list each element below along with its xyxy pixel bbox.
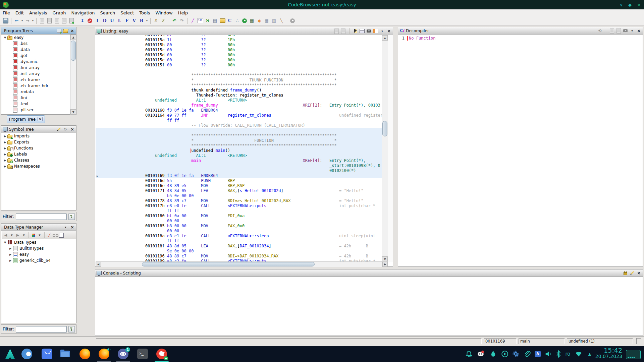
letters-caret-icon[interactable]: ▾ xyxy=(146,17,148,24)
tab-close-icon[interactable]: × xyxy=(38,117,43,121)
marker-pen-icon[interactable]: ╱ xyxy=(190,17,196,24)
refresh-icon[interactable]: ⟳ xyxy=(63,127,68,132)
letter-l-icon[interactable]: L xyxy=(116,17,123,24)
table-icon[interactable]: ▦ xyxy=(263,17,270,24)
expand-arrow-icon[interactable]: ▶ xyxy=(3,135,7,138)
speaker-icon[interactable] xyxy=(544,346,553,362)
letter-d-icon[interactable]: D xyxy=(101,17,108,24)
listing-line[interactable]: 00 00 xyxy=(96,219,382,224)
filter-options-icon[interactable] xyxy=(68,326,75,333)
listing-line[interactable]: 0010115a1f??1Fh xyxy=(96,38,382,43)
close-window-button[interactable]: × xyxy=(637,2,641,7)
copy-icon[interactable] xyxy=(609,28,614,33)
close-panel-icon[interactable]: × xyxy=(386,29,391,34)
letter-u-icon[interactable]: U xyxy=(109,17,115,24)
clear-code-icon[interactable]: ✗ xyxy=(153,17,159,24)
expand-arrow-icon[interactable]: ▶ xyxy=(8,247,12,250)
datatype-tree-item-builtintypes[interactable]: ▶BuiltInTypes xyxy=(2,245,76,251)
symbol-tree-item-imports[interactable]: ▶Imports xyxy=(2,133,76,139)
expand-arrow-icon[interactable]: ▶ xyxy=(3,141,7,144)
listing-line[interactable]: 0010115f00??00h xyxy=(96,63,382,68)
back-icon[interactable]: ← xyxy=(13,17,20,24)
brush-icon[interactable]: ╲ xyxy=(278,17,285,24)
gear-icon[interactable] xyxy=(512,346,520,362)
taskbar-app-discord[interactable]: 1 xyxy=(118,349,128,359)
close-panel-icon[interactable]: × xyxy=(70,28,75,33)
datatype-tree-item-generic-clib-64[interactable]: ▶generic_clib_64 xyxy=(2,257,76,263)
program-tree-item--eh-frame[interactable]: .eh_frame xyxy=(2,77,76,83)
binary-101-icon[interactable]: 101 xyxy=(197,17,204,24)
listing-vertical-scrollbar[interactable]: ▲ ▼ xyxy=(382,35,388,262)
datatype-c-icon[interactable]: C xyxy=(226,17,233,24)
menu-navigation[interactable]: Navigation xyxy=(68,10,97,15)
bell-icon[interactable] xyxy=(465,346,473,362)
bookmark-diamond-icon[interactable]: ◆ xyxy=(256,17,263,24)
paperclip-icon[interactable] xyxy=(523,346,531,362)
listing-line[interactable]: frame_dummyXREF[2]:Entry Point(*), 00103 xyxy=(96,103,382,108)
next-datatype-icon[interactable]: ▶ xyxy=(15,233,20,238)
listing-line[interactable]: 0010115c00??00h xyxy=(96,48,382,53)
tray-window-icon[interactable] xyxy=(626,350,641,359)
previous-datatype-icon[interactable]: ◀ xyxy=(3,233,8,238)
listing-line[interactable]: 00101180bf 0a 00MOVEDI,0xa xyxy=(96,214,382,219)
scroll-lock-icon[interactable] xyxy=(623,271,628,276)
program-tree-item--dynamic[interactable]: .dynamic xyxy=(2,59,76,65)
edit-fields-icon[interactable] xyxy=(360,29,365,34)
copy-icon[interactable] xyxy=(46,17,53,24)
program-trees-scrollbar[interactable]: ▲ ▼ xyxy=(70,35,76,115)
export-icon[interactable] xyxy=(616,28,621,33)
data-type-manager-header[interactable]: Data Type Manager ▾ × xyxy=(1,224,76,231)
listing-line[interactable]: 001011590f??0Fh xyxy=(96,35,382,38)
close-panel-icon[interactable]: × xyxy=(636,271,641,276)
paste-icon[interactable] xyxy=(341,29,346,34)
listing-line[interactable]: 00102100(*) xyxy=(96,168,382,173)
listing-line[interactable]: undefinedAL:1<RETURN> xyxy=(96,153,382,158)
save-icon[interactable] xyxy=(2,17,9,24)
menu-window[interactable]: Window xyxy=(153,10,175,15)
program-tree-item--eh-frame-hdr[interactable]: .eh_frame_hdr xyxy=(2,83,76,89)
green-ribbon-icon[interactable]: S xyxy=(204,17,211,24)
clock[interactable]: 15:4220.07.2023 xyxy=(595,347,622,359)
forward-icon[interactable]: → xyxy=(24,17,31,24)
listing-line[interactable]: 0010116e48 89 e5MOVRBP,RSP xyxy=(96,183,382,188)
listing-line[interactable]: ff ff xyxy=(96,118,382,123)
clear-flow-icon[interactable]: ✗ xyxy=(160,17,167,24)
wifi-icon[interactable] xyxy=(574,346,583,362)
taskbar-app-file-manager[interactable] xyxy=(60,349,70,359)
listing-line[interactable] xyxy=(96,68,382,73)
expand-arrow-icon[interactable]: ▶ xyxy=(8,259,12,262)
listing-header[interactable]: Listing: easy ▾ × xyxy=(95,27,393,35)
minimize-button[interactable]: ∨ xyxy=(620,2,623,7)
listing-line[interactable]: 0010117848 89 c7MOVRDI=>s_Hello!_0010202… xyxy=(96,198,382,203)
listing-line[interactable]: thunk undefined frame_dummy() xyxy=(96,88,382,93)
listing-line[interactable]: -- Flow Override: CALL_RETURN (CALL_TERM… xyxy=(96,123,382,128)
edit-pencil-icon[interactable] xyxy=(630,271,635,276)
listing-line[interactable]: ****************************************… xyxy=(96,143,382,148)
filter-options-icon[interactable] xyxy=(68,214,75,220)
collapse-all-icon[interactable]: − xyxy=(59,233,64,238)
program-tree-item--rodata[interactable]: .rodata xyxy=(2,89,76,95)
menu-edit[interactable]: Edit xyxy=(13,10,26,15)
listing-line[interactable]: 00101164e9 77 ffJMPregister_tm_clonesund… xyxy=(96,113,382,118)
symbol-tree-item-exports[interactable]: ▶Exports xyxy=(2,139,76,145)
menu-graph[interactable]: Graph xyxy=(50,10,69,15)
open-tree-folder-icon[interactable] xyxy=(63,28,68,33)
program-tree-item--init-array[interactable]: .init_array xyxy=(2,71,76,77)
listing-line[interactable]: 0010118f48 8d 05LEARAX,[DAT_00102034]= 4… xyxy=(96,244,382,249)
close-panel-icon[interactable]: × xyxy=(70,127,75,132)
symbol-tree-header[interactable]: Symbol Tree ⟳ × xyxy=(1,126,76,133)
flame-icon[interactable] xyxy=(489,346,498,362)
film-icon[interactable]: ▦ xyxy=(249,17,255,24)
listing-line[interactable]: 00 00 xyxy=(96,229,382,234)
memory-window-icon[interactable]: ▤ xyxy=(212,17,218,24)
toggle-margin-icon[interactable] xyxy=(373,29,378,34)
listing-line[interactable]: _start:00101098(*), 0 xyxy=(96,163,382,168)
symbol-tree-item-functions[interactable]: ▶fFunctions xyxy=(2,145,76,151)
decompiler-menu-chevron-icon[interactable]: ▾ xyxy=(630,28,635,33)
decompiler-code[interactable]: 1 No Function xyxy=(398,35,642,266)
paste-special-icon[interactable] xyxy=(61,17,67,24)
tray-expand-icon[interactable]: ▲ xyxy=(585,346,594,362)
listing-line[interactable]: b5 0e 00 00 xyxy=(96,193,382,198)
replay-icon[interactable] xyxy=(289,17,296,24)
display-options-caret-icon[interactable]: ▾ xyxy=(37,233,42,238)
